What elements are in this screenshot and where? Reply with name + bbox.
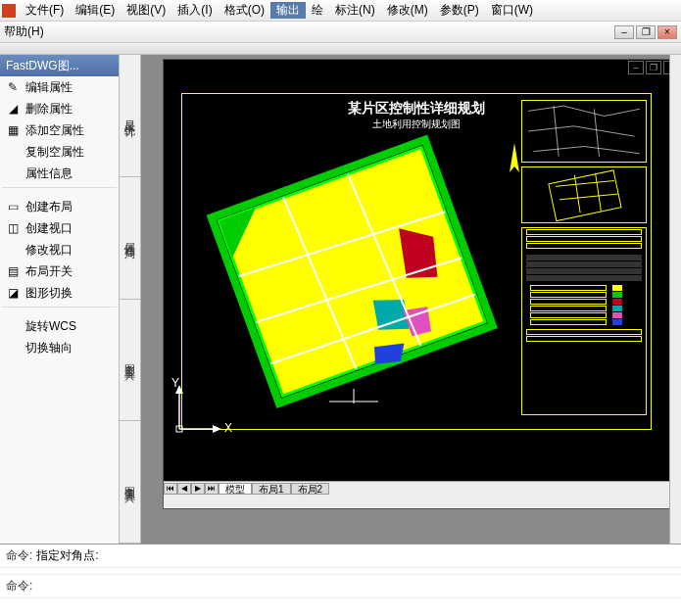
blank-icon [6,319,20,333]
vtab-shapetools[interactable]: 图形工具 [120,300,140,422]
menu-view[interactable]: 视图(V) [121,2,171,19]
layout-icon: ▭ [6,200,20,213]
menu-edit[interactable]: 编辑(E) [70,2,121,19]
menu-output[interactable]: 输出 [270,2,306,19]
legend-tables [521,227,647,415]
cmd-prompt: 命令: [6,578,32,594]
vertical-tabs: 显示统计 属性布局 图形工具 图像工具 [120,55,141,544]
separator [2,307,117,312]
ucs-icon: Y X [170,380,228,442]
tab-prev-button[interactable]: ◀ [177,483,191,495]
panel-item-copy-empty[interactable]: 复制空属性 [0,141,119,163]
pencil-icon: ✎ [6,80,20,94]
panel-item-switch-axis[interactable]: 切换轴向 [0,337,119,358]
menu-draw[interactable]: 绘 [306,2,329,19]
svg-line-18 [574,175,580,213]
app-icon [2,4,16,18]
command-input-line[interactable]: 命令: [0,575,681,598]
menu-bar: 文件(F) 编辑(E) 视图(V) 插入(I) 格式(O) 输出 绘 标注(N)… [0,0,681,22]
ucs-y-label: Y [171,376,179,390]
blank-icon [6,166,20,180]
panel-title: FastDWG图... [0,55,119,76]
min-button[interactable]: – [614,25,634,39]
tab-next-button[interactable]: ▶ [191,483,205,495]
max-button[interactable]: ❐ [636,25,656,39]
blank-icon [6,243,20,257]
keymap-2 [521,166,647,223]
svg-line-17 [559,194,618,200]
drawing-statusbar [164,495,681,508]
ucs-x-label: X [224,421,232,435]
panel-item-mod-viewport[interactable]: 修改视口 [0,239,119,261]
separator [2,187,117,193]
outer-scrollbar[interactable] [669,55,681,544]
eraser-icon: ◢ [6,102,20,116]
dw-max-button[interactable]: ❐ [646,61,661,74]
panel-item-swap-drawing[interactable]: ◪图形切换 [0,282,119,304]
svg-marker-23 [213,425,221,433]
legend-panel [521,100,647,425]
drawing-window: – ❐ × 某片区控制性详细规划 土地利用控制规划图 [163,59,681,509]
menu-window[interactable]: 窗口(W) [485,2,539,19]
menu-file[interactable]: 文件(F) [20,2,70,19]
panel-item-del-attr[interactable]: ◢删除属性 [0,98,119,119]
menu-help[interactable]: 帮助(H) [4,24,44,40]
tab-model[interactable]: 模型 [219,483,252,495]
tab-last-button[interactable]: ⏭ [205,483,219,495]
dw-min-button[interactable]: – [628,61,644,74]
tab-scroll-bar: ⏮ ◀ ▶ ⏭ 模型 布局1 布局2 [164,481,681,495]
close-button[interactable]: × [657,25,677,39]
blank-icon [6,341,20,355]
drawing-viewport[interactable]: 某片区控制性详细规划 土地利用控制规划图 [164,75,667,479]
svg-line-16 [556,181,614,187]
panel-item-create-viewport[interactable]: ◫创建视口 [0,217,119,239]
panel-item-create-layout[interactable]: ▭创建布局 [0,196,119,217]
tab-layout2[interactable]: 布局2 [291,483,330,495]
blank-icon [6,145,20,159]
tab-layout1[interactable]: 布局1 [252,483,291,495]
vtab-stats[interactable]: 显示统计 [120,55,140,177]
side-panel: FastDWG图... ✎编辑属性 ◢删除属性 ▦添加空属性 复制空属性 属性信… [0,55,120,544]
vtab-imagetools[interactable]: 图像工具 [120,421,140,544]
menu-annotate[interactable]: 标注(N) [329,2,381,19]
plan-map [212,139,496,413]
help-bar: 帮助(H) – ❐ × [0,22,681,43]
command-history-line [0,568,681,575]
keymap-1 [521,100,647,163]
panel-item-attr-info[interactable]: 属性信息 [0,163,119,184]
canvas-area: – ❐ × 某片区控制性详细规划 土地利用控制规划图 [141,55,681,544]
svg-rect-15 [549,170,621,221]
svg-line-19 [596,173,602,212]
drawing-sheet: 某片区控制性详细规划 土地利用控制规划图 [181,93,652,430]
panel-item-add-empty[interactable]: ▦添加空属性 [0,119,119,141]
viewport-icon: ◫ [6,221,20,235]
vtab-attrlayout[interactable]: 属性布局 [120,177,140,300]
menu-modify[interactable]: 修改(M) [381,2,434,19]
grid-icon: ▦ [6,123,20,137]
svg-marker-0 [510,143,519,172]
menu-insert[interactable]: 插入(I) [171,2,218,19]
panel-item-rotate-wcs[interactable]: 旋转WCS [0,315,119,337]
swap-icon: ◪ [6,286,20,300]
menu-param[interactable]: 参数(P) [434,2,485,19]
cmd-text: 指定对角点: [36,547,98,564]
panel-item-edit-attr[interactable]: ✎编辑属性 [0,76,119,98]
cmd-prompt: 命令: [6,547,32,564]
toolbar [0,43,681,55]
tab-first-button[interactable]: ⏮ [164,483,177,495]
command-history-line: 命令: 指定对角点: [0,545,681,568]
command-area: 命令: 指定对角点: 命令: [0,544,681,616]
menu-format[interactable]: 格式(O) [219,2,270,19]
layout2-icon: ▤ [6,264,20,278]
panel-item-layout-toggle[interactable]: ▤布局开关 [0,261,119,282]
